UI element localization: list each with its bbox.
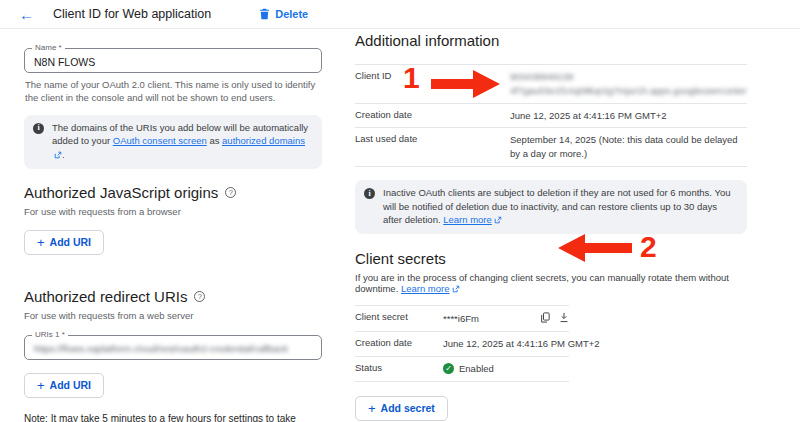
domains-notice-text: The domains of the URIs you add below wi… xyxy=(52,121,312,163)
add-secret-button[interactable]: + Add secret xyxy=(355,396,448,421)
help-icon[interactable]: ? xyxy=(225,187,236,198)
client-secret-label: Client secret xyxy=(355,311,443,322)
secret-creation-date-value: June 12, 2025 at 4:41:16 PM GMT+2 xyxy=(443,337,569,351)
domains-notice: i The domains of the URIs you add below … xyxy=(24,115,322,169)
client-secret-value: ****i6Fm xyxy=(443,312,531,326)
client-secrets-heading: Client secrets xyxy=(355,250,747,267)
external-link-icon xyxy=(494,214,502,228)
add-uri-label: Add URI xyxy=(50,236,91,248)
additional-info-heading: Additional information xyxy=(355,32,747,49)
status-label: Status xyxy=(355,362,443,373)
add-uri-button-redirect[interactable]: + Add URI xyxy=(24,373,104,398)
table-row-last-used: Last used date September 14, 2025 (Note:… xyxy=(355,128,747,167)
client-secrets-subtitle: If you are in the process of changing cl… xyxy=(355,272,747,295)
table-row-creation-date: Creation date June 12, 2025 at 4:41:16 P… xyxy=(355,104,747,129)
annotation-number-2: 2 xyxy=(640,232,657,262)
inactive-notice-text: Inactive OAuth clients are subject to de… xyxy=(383,186,737,228)
client-id-redacted-line2: 4f7gau03e1f14q08kqr2g7mjur1h.apps.google… xyxy=(510,84,747,98)
status-badge: Enabled xyxy=(459,362,494,376)
info-icon: i xyxy=(364,188,375,199)
copy-icon xyxy=(540,311,550,326)
table-row-status: Status ✓ Enabled xyxy=(355,357,569,382)
annotation-arrow-1-shaft xyxy=(431,79,473,89)
js-origins-subtitle: For use with requests from a browser xyxy=(24,206,322,217)
annotation-arrow-2-shaft xyxy=(585,243,632,253)
plus-icon: + xyxy=(37,379,45,392)
inactive-clients-notice: i Inactive OAuth clients are subject to … xyxy=(355,180,747,234)
notice-text-middle: as xyxy=(207,135,222,146)
js-origins-heading: Authorized JavaScript origins ? xyxy=(24,184,322,201)
download-icon xyxy=(559,311,569,326)
inactive-notice-body: Inactive OAuth clients are subject to de… xyxy=(383,187,731,226)
add-secret-label: Add secret xyxy=(381,402,435,414)
table-row-client-secret: Client secret ****i6Fm xyxy=(355,306,569,332)
info-icon: i xyxy=(33,123,44,134)
add-uri-button-origins[interactable]: + Add URI xyxy=(24,230,104,255)
trash-icon xyxy=(259,8,270,20)
creation-date-label: Creation date xyxy=(355,109,510,120)
name-field: Name * xyxy=(24,48,322,73)
delete-button-label: Delete xyxy=(275,8,308,20)
delete-button[interactable]: Delete xyxy=(253,7,314,21)
annotation-number-1: 1 xyxy=(403,63,420,93)
status-value-cell: ✓ Enabled xyxy=(443,362,569,376)
learn-more-link[interactable]: Learn more xyxy=(443,214,492,225)
settings-delay-note: Note: It may take 5 minutes to a few hou… xyxy=(24,413,322,422)
plus-icon: + xyxy=(368,402,376,415)
secret-creation-date-label: Creation date xyxy=(355,337,443,348)
name-helper-text: The name of your OAuth 2.0 client. This … xyxy=(25,78,321,105)
notice-text-suffix: . xyxy=(62,149,65,160)
redirect-uris-title: Authorized redirect URIs xyxy=(24,288,187,305)
add-uri-label: Add URI xyxy=(50,379,91,391)
redirect-uris-heading: Authorized redirect URIs ? xyxy=(24,288,322,305)
last-used-value: September 14, 2025 (Note: this data coul… xyxy=(510,133,747,161)
plus-icon: + xyxy=(37,236,45,249)
external-link-icon xyxy=(54,149,62,163)
check-circle-icon: ✓ xyxy=(443,363,454,374)
external-link-icon xyxy=(452,284,460,295)
redirect-uris-subtitle: For use with requests from a web server xyxy=(24,310,322,321)
authorized-domains-link[interactable]: authorized domains xyxy=(222,135,305,146)
client-config-column: Name * The name of your OAuth 2.0 client… xyxy=(24,48,322,422)
back-arrow-icon[interactable]: ← xyxy=(19,7,39,22)
client-id-value: 903438949139 4f7gau03e1f14q08kqr2g7mjur1… xyxy=(510,70,747,98)
creation-date-value: June 12, 2025 at 4:41:16 PM GMT+2 xyxy=(510,109,747,123)
table-row-secret-creation-date: Creation date June 12, 2025 at 4:41:16 P… xyxy=(355,332,569,357)
annotation-arrow-1-right-icon xyxy=(473,70,500,98)
download-secret-button[interactable] xyxy=(559,311,569,326)
learn-more-link[interactable]: Learn more xyxy=(401,283,450,294)
page-header: ← Client ID for Web application Delete xyxy=(0,0,800,29)
copy-secret-button[interactable] xyxy=(540,311,550,326)
client-secret-value-cell: ****i6Fm xyxy=(443,311,569,326)
annotation-arrow-2-left-icon xyxy=(558,234,585,262)
help-icon[interactable]: ? xyxy=(194,291,205,302)
last-used-label: Last used date xyxy=(355,133,510,144)
oauth-consent-screen-link[interactable]: OAuth consent screen xyxy=(113,135,207,146)
client-secrets-table: Client secret ****i6Fm Creation date Jun… xyxy=(355,305,569,382)
client-id-redacted-line1: 903438949139 xyxy=(510,70,747,84)
uri-input[interactable] xyxy=(25,336,321,359)
uri-field: URIs 1 * xyxy=(24,335,322,360)
page-title: Client ID for Web application xyxy=(53,7,211,21)
name-input[interactable] xyxy=(25,49,321,72)
name-field-label: Name * xyxy=(32,43,65,53)
js-origins-title: Authorized JavaScript origins xyxy=(24,184,218,201)
